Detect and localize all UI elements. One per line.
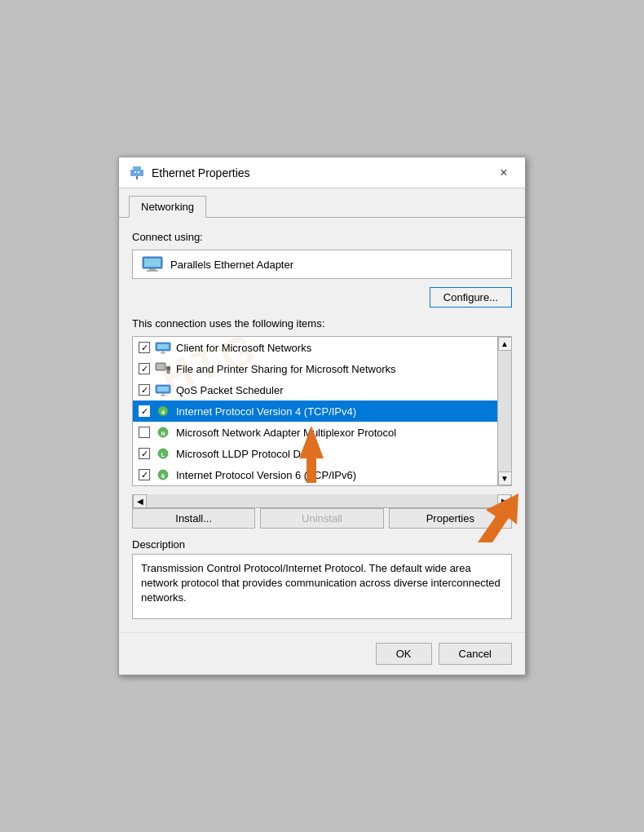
list-item[interactable]: File and Printer Sharing for Microsoft N…: [133, 358, 497, 379]
list-item[interactable]: 6 Internet Protocol Version 6 (TCP/IPv6): [133, 464, 497, 485]
svg-rect-21: [161, 395, 165, 396]
adapter-name: Parallels Ethernet Adapter: [170, 259, 293, 271]
protocol-icon-3: 4: [155, 405, 171, 418]
items-list: Client for Microsoft Networks: [133, 337, 497, 485]
button-row: Install... Uninstall Properties: [132, 508, 512, 529]
svg-rect-4: [138, 171, 139, 173]
svg-text:N: N: [161, 431, 165, 436]
ethernet-icon: [129, 165, 145, 181]
title-bar-left: Ethernet Properties: [129, 165, 250, 181]
item-label-4: Microsoft Network Adapter Multiplexor Pr…: [176, 427, 396, 439]
vertical-scrollbar[interactable]: ▲ ▼: [497, 337, 511, 485]
items-label: This connection uses the following items…: [132, 317, 512, 330]
svg-rect-15: [166, 366, 170, 370]
svg-rect-0: [130, 170, 143, 176]
item-label-2: QoS Packet Scheduler: [176, 384, 284, 396]
checkbox-4[interactable]: [139, 427, 150, 438]
dialog-content: Connect using: Parallels Ethernet Adapte…: [119, 218, 525, 632]
svg-rect-8: [147, 270, 158, 272]
horizontal-scrollbar[interactable]: ◀ ▶: [132, 494, 512, 508]
protocol-icon-6: 6: [155, 468, 171, 481]
uninstall-button[interactable]: Uninstall: [260, 508, 383, 529]
scroll-right-arrow[interactable]: ▶: [497, 494, 511, 508]
item-label-5: Microsoft LLDP Protocol Driver: [176, 448, 321, 460]
checkbox-5[interactable]: [139, 448, 150, 459]
item-label-6: Internet Protocol Version 6 (TCP/IPv6): [176, 469, 356, 481]
list-item[interactable]: QoS Packet Scheduler: [133, 379, 497, 401]
svg-text:6: 6: [161, 472, 165, 480]
dialog-footer: OK Cancel: [119, 632, 525, 675]
adapter-icon: [141, 255, 164, 273]
scroll-down-arrow[interactable]: ▼: [498, 471, 512, 485]
scroll-left-arrow[interactable]: ◀: [133, 494, 147, 508]
items-list-container: Client for Microsoft Networks: [132, 336, 512, 486]
properties-button[interactable]: Properties: [389, 508, 512, 529]
title-bar: Ethernet Properties ×: [119, 157, 525, 188]
item-label-0: Client for Microsoft Networks: [176, 342, 311, 354]
network-icon-1: [155, 362, 171, 375]
cancel-button[interactable]: Cancel: [439, 643, 512, 665]
close-button[interactable]: ×: [492, 163, 515, 183]
checkbox-3[interactable]: [139, 405, 150, 417]
description-text: Transmission Control Protocol/Internet P…: [141, 562, 501, 604]
horiz-track: [147, 494, 497, 507]
network-icon-2: [155, 383, 171, 396]
list-item[interactable]: L Microsoft LLDP Protocol Driver: [133, 443, 497, 464]
svg-point-17: [168, 371, 170, 373]
ethernet-properties-dialog: HTG Ethernet Properties × Networking: [118, 157, 526, 675]
svg-rect-19: [157, 387, 169, 392]
svg-rect-10: [157, 344, 169, 349]
network-icon-0: [155, 341, 171, 354]
window-title: Ethernet Properties: [152, 166, 250, 179]
adapter-box: Parallels Ethernet Adapter: [132, 250, 512, 279]
svg-rect-12: [161, 352, 165, 354]
svg-text:4: 4: [161, 409, 165, 416]
install-button[interactable]: Install...: [132, 508, 255, 529]
svg-rect-14: [157, 364, 165, 370]
svg-rect-7: [149, 268, 156, 270]
tab-networking[interactable]: Networking: [129, 196, 206, 218]
svg-rect-3: [135, 171, 136, 173]
tab-bar: Networking: [119, 188, 525, 218]
description-label: Description: [132, 538, 512, 551]
svg-rect-1: [133, 166, 141, 170]
description-box: Transmission Control Protocol/Internet P…: [132, 554, 512, 619]
ok-button[interactable]: OK: [376, 643, 432, 665]
configure-button[interactable]: Configure...: [430, 287, 512, 308]
checkbox-6[interactable]: [139, 469, 150, 480]
scroll-up-arrow[interactable]: ▲: [498, 337, 512, 351]
connect-using-label: Connect using:: [132, 231, 512, 243]
items-list-wrapper: Client for Microsoft Networks: [132, 336, 512, 508]
protocol-icon-5: L: [155, 447, 171, 460]
protocol-icon-4: N: [155, 426, 171, 439]
checkbox-0[interactable]: [139, 342, 150, 353]
item-label-1: File and Printer Sharing for Microsoft N…: [176, 363, 395, 375]
scroll-track: [498, 351, 511, 471]
svg-rect-6: [144, 259, 161, 267]
checkbox-2[interactable]: [139, 384, 150, 396]
list-item[interactable]: Client for Microsoft Networks: [133, 337, 497, 358]
configure-row: Configure...: [132, 287, 512, 308]
list-item-selected[interactable]: 4 Internet Protocol Version 4 (TCP/IPv4): [133, 401, 497, 422]
checkbox-1[interactable]: [139, 363, 150, 374]
list-item[interactable]: N Microsoft Network Adapter Multiplexor …: [133, 422, 497, 443]
item-label-3: Internet Protocol Version 4 (TCP/IPv4): [176, 405, 356, 418]
svg-text:L: L: [161, 452, 165, 458]
